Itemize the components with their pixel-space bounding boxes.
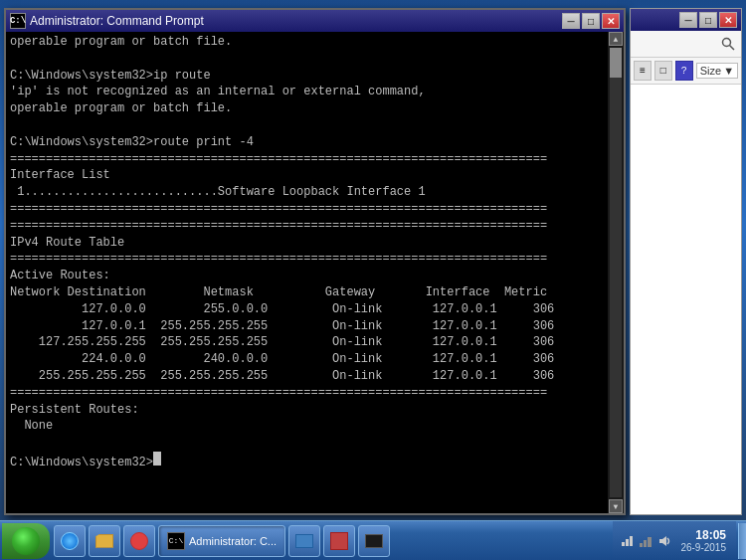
start-orb-icon bbox=[12, 527, 40, 555]
help-icon[interactable]: ? bbox=[675, 61, 693, 81]
cmd-titlebar: C:\ Administrator: Command Prompt ─ □ ✕ bbox=[6, 10, 624, 32]
maximize-button[interactable]: □ bbox=[582, 13, 600, 29]
right-panel-buttons: ─ □ ✕ bbox=[679, 12, 737, 28]
right-close-button[interactable]: ✕ bbox=[719, 12, 737, 28]
taskbar-tools-button[interactable] bbox=[323, 525, 355, 557]
remote-icon bbox=[295, 534, 313, 548]
svg-point-0 bbox=[723, 39, 731, 47]
scroll-thumb[interactable] bbox=[610, 48, 622, 78]
svg-rect-7 bbox=[648, 537, 652, 547]
svg-rect-6 bbox=[644, 540, 647, 547]
taskbar-ie-button[interactable] bbox=[54, 525, 86, 557]
taskbar-media-button[interactable] bbox=[123, 525, 155, 557]
media-icon bbox=[130, 532, 148, 550]
minimize-button[interactable]: ─ bbox=[562, 13, 580, 29]
right-view-toolbar: ≡ □ ? Size ▼ bbox=[631, 58, 741, 85]
right-search-toolbar bbox=[631, 31, 741, 58]
svg-rect-3 bbox=[626, 539, 629, 546]
folder-icon bbox=[95, 534, 113, 548]
taskbar: C:\ Administrator: C... bbox=[0, 520, 746, 560]
view-page-icon[interactable]: □ bbox=[654, 61, 672, 81]
size-label: Size bbox=[700, 65, 721, 77]
size-dropdown[interactable]: Size ▼ bbox=[696, 63, 738, 79]
svg-rect-2 bbox=[622, 542, 625, 546]
clock-time: 18:05 bbox=[695, 528, 726, 542]
search-icon[interactable] bbox=[718, 34, 738, 54]
scroll-down-button[interactable]: ▼ bbox=[609, 499, 623, 513]
taskbar-cmd-icon: C:\ bbox=[167, 532, 185, 550]
tray-icons bbox=[619, 533, 672, 549]
right-maximize-button[interactable]: □ bbox=[699, 12, 717, 28]
right-panel: ─ □ ✕ ≡ □ ? Size ▼ bbox=[630, 8, 742, 515]
size-dropdown-arrow: ▼ bbox=[723, 65, 734, 77]
taskbar-terminal-button[interactable] bbox=[358, 525, 390, 557]
scroll-up-button[interactable]: ▲ bbox=[609, 32, 623, 46]
start-button[interactable] bbox=[2, 523, 50, 559]
svg-rect-5 bbox=[640, 543, 643, 547]
tools-icon bbox=[330, 532, 348, 550]
tray-network-icon[interactable] bbox=[619, 533, 635, 549]
cmd-title-text: Administrator: Command Prompt bbox=[30, 14, 562, 28]
taskbar-cmd-label: Administrator: C... bbox=[189, 535, 277, 547]
right-content-area bbox=[631, 85, 741, 514]
close-button[interactable]: ✕ bbox=[602, 13, 620, 29]
terminal-icon bbox=[365, 534, 383, 548]
tray-volume-icon[interactable] bbox=[656, 533, 672, 549]
view-list-icon[interactable]: ≡ bbox=[634, 61, 652, 81]
svg-marker-8 bbox=[659, 536, 666, 546]
svg-line-1 bbox=[730, 46, 735, 51]
taskbar-cmd-button[interactable]: C:\ Administrator: C... bbox=[158, 525, 285, 557]
cmd-title-buttons: ─ □ ✕ bbox=[562, 13, 620, 29]
right-minimize-button[interactable]: ─ bbox=[679, 12, 697, 28]
svg-rect-4 bbox=[630, 536, 633, 546]
show-desktop-button[interactable] bbox=[738, 523, 746, 559]
cmd-window: C:\ Administrator: Command Prompt ─ □ ✕ … bbox=[4, 8, 626, 515]
right-panel-titlebar: ─ □ ✕ bbox=[631, 9, 741, 31]
cmd-content[interactable]: operable program or batch file. C:\Windo… bbox=[6, 32, 608, 513]
clock-date: 26-9-2015 bbox=[680, 542, 726, 553]
cmd-scrollbar[interactable]: ▲ ▼ bbox=[608, 32, 624, 513]
cmd-body: operable program or batch file. C:\Windo… bbox=[6, 32, 624, 513]
scroll-track bbox=[610, 48, 622, 497]
taskbar-tasks: C:\ Administrator: C... bbox=[50, 525, 613, 557]
desktop: C:\ Administrator: Command Prompt ─ □ ✕ … bbox=[0, 0, 746, 560]
clock-area[interactable]: 18:05 26-9-2015 bbox=[676, 526, 730, 555]
ie-icon bbox=[61, 532, 79, 550]
cmd-window-icon: C:\ bbox=[10, 13, 26, 29]
taskbar-folder-button[interactable] bbox=[89, 525, 120, 557]
tray-network2-icon[interactable] bbox=[638, 533, 653, 549]
systray: 18:05 26-9-2015 bbox=[613, 521, 736, 560]
taskbar-remote-button[interactable] bbox=[288, 525, 320, 557]
